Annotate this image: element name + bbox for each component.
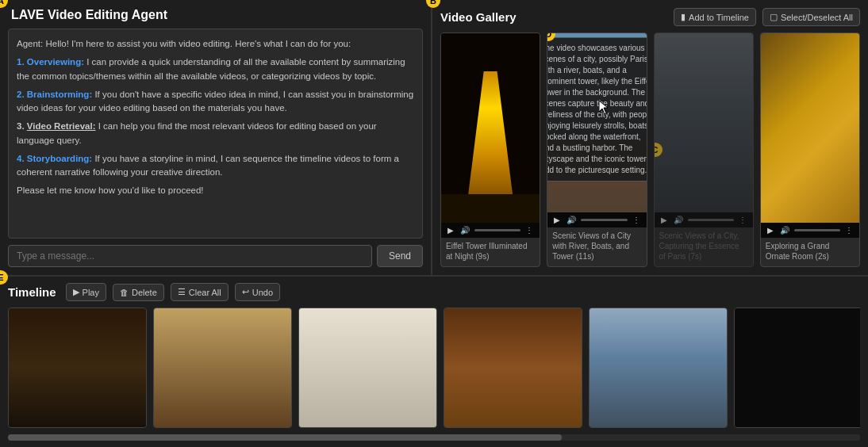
eiffel-art bbox=[441, 33, 540, 223]
clip-caption-6: Artistic Portraits in a Museum (...) bbox=[735, 427, 860, 428]
video-card-eiffel[interactable]: ▶ 🔊 ⋮ Eiffel Tower Illuminated at Night … bbox=[440, 32, 540, 267]
clip-thumb-wine bbox=[444, 308, 582, 427]
ornate-art bbox=[761, 33, 859, 223]
main-container: A LAVE Video Editing Agent Agent: Hello!… bbox=[0, 0, 868, 447]
chat-message-2: 2. Brainstorming: If you don't have a sp… bbox=[17, 88, 414, 116]
video-caption-3: Scenic Views of a City, Capturing the Es… bbox=[655, 227, 753, 266]
delete-label: Delete bbox=[132, 288, 157, 297]
clear-icon: ☰ bbox=[178, 287, 186, 297]
trash-icon: 🗑 bbox=[120, 288, 129, 297]
progress-bar-4[interactable] bbox=[794, 229, 840, 231]
more-button-1[interactable]: ⋮ bbox=[524, 226, 535, 235]
highlight-storyboarding: 4. Storyboarding: bbox=[17, 154, 92, 163]
timeline-panel: E Timeline ▶ Play 🗑 Delete ☰ Clear All ↩… bbox=[0, 277, 868, 447]
volume-button-3[interactable]: 🔊 bbox=[672, 216, 685, 224]
more-button-3[interactable]: ⋮ bbox=[737, 216, 748, 224]
video-thumb-river bbox=[547, 33, 646, 212]
volume-button-4[interactable]: 🔊 bbox=[778, 226, 791, 235]
more-button-4[interactable]: ⋮ bbox=[843, 226, 855, 235]
chat-message-1: 1. Overviewing: I can provide a quick un… bbox=[17, 55, 414, 83]
panel-label-a: A bbox=[0, 0, 8, 8]
chat-message-4: 4. Storyboarding: If you have a storylin… bbox=[17, 152, 414, 180]
timeline-clips[interactable]: Delicious and Refreshing Drinks on a Cou… bbox=[8, 308, 860, 431]
chat-area: Agent: Hello! I'm here to assist you wit… bbox=[8, 29, 423, 239]
play-label: Play bbox=[83, 288, 99, 297]
clip-thumb-paris2 bbox=[590, 308, 727, 427]
film-icon: ▮ bbox=[681, 12, 686, 22]
video-caption-1: Eiffel Tower Illuminated at Night (9s) bbox=[441, 238, 540, 266]
highlight-retrieval: 3. Video Retrieval: bbox=[17, 121, 96, 131]
scrollbar-thumb[interactable] bbox=[8, 434, 562, 441]
clear-all-button[interactable]: ☰ Clear All bbox=[171, 283, 229, 301]
top-row: A LAVE Video Editing Agent Agent: Hello!… bbox=[0, 0, 868, 277]
clip-card-plates[interactable]: Elegant Meals on White Plates (11s) bbox=[298, 308, 437, 428]
video-card-paris-gray[interactable]: C ▶ 🔊 ⋮ Scenic Views of a City, Capturin… bbox=[654, 32, 754, 267]
clear-all-label: Clear All bbox=[189, 288, 221, 297]
clip-card-paris2[interactable]: Scenic Views of a City: Capturing the Es… bbox=[589, 308, 728, 428]
play-button-3[interactable]: ▶ bbox=[659, 216, 669, 224]
add-to-timeline-button[interactable]: ▮ Add to Timeline bbox=[674, 8, 756, 26]
highlight-brainstorming: 2. Brainstorming: bbox=[17, 90, 92, 99]
video-controls-1: ▶ 🔊 ⋮ bbox=[441, 223, 540, 238]
timeline-scrollbar[interactable] bbox=[8, 434, 860, 441]
timeline-header: Timeline ▶ Play 🗑 Delete ☰ Clear All ↩ U… bbox=[8, 283, 860, 301]
progress-bar-3[interactable] bbox=[688, 219, 734, 221]
progress-bar-2[interactable] bbox=[581, 219, 627, 221]
video-thumb-eiffel bbox=[441, 33, 540, 223]
chat-message-5: Please let me know how you'd like to pro… bbox=[17, 184, 414, 197]
clip-thumb-outdoor bbox=[154, 308, 291, 427]
undo-button[interactable]: ↩ Undo bbox=[235, 283, 280, 301]
chat-message-3: 3. Video Retrieval: I can help you find … bbox=[17, 120, 414, 147]
video-controls-3: ▶ 🔊 ⋮ bbox=[655, 212, 753, 227]
select-deselect-label: Select/Deselect All bbox=[781, 13, 853, 22]
paris-gray-art bbox=[655, 33, 753, 212]
delete-button[interactable]: 🗑 Delete bbox=[113, 284, 164, 301]
volume-button-2[interactable]: 🔊 bbox=[565, 216, 578, 224]
chat-message-0: Agent: Hello! I'm here to assist you wit… bbox=[17, 37, 414, 51]
more-button-2[interactable]: ⋮ bbox=[631, 216, 642, 224]
video-thumb-ornate bbox=[761, 33, 859, 223]
gallery-title: Video Gallery bbox=[440, 10, 667, 24]
play-icon: ▶ bbox=[73, 287, 79, 297]
clip-caption-4: Scenes of Wine and Champagne Pouring int… bbox=[444, 427, 582, 428]
undo-icon: ↩ bbox=[242, 287, 249, 297]
river-art bbox=[547, 33, 646, 212]
add-to-timeline-label: Add to Timeline bbox=[689, 13, 749, 22]
clip-card-drinks[interactable]: Delicious and Refreshing Drinks on a Cou… bbox=[8, 308, 147, 428]
clip-card-museum2[interactable]: Artistic Portraits in a Museum (...) bbox=[734, 308, 860, 428]
app-title: LAVE Video Editing Agent bbox=[8, 8, 423, 22]
video-caption-2: Scenic Views of a City with River, Boats… bbox=[547, 227, 646, 266]
video-grid: ▶ 🔊 ⋮ Eiffel Tower Illuminated at Night … bbox=[440, 32, 860, 267]
clip-thumb-drinks bbox=[9, 308, 146, 427]
gallery-panel: B Video Gallery ▮ Add to Timeline ▢ Sele… bbox=[432, 0, 868, 275]
clip-caption-3: Elegant Meals on White Plates (11s) bbox=[299, 427, 436, 428]
volume-button-1[interactable]: 🔊 bbox=[459, 226, 471, 235]
video-controls-4: ▶ 🔊 ⋮ bbox=[761, 223, 859, 238]
clip-thumb-plates bbox=[299, 308, 436, 427]
select-icon: ▢ bbox=[770, 12, 778, 22]
clip-caption-2: Scenes of Appetizing Outdoor Dining Tabl… bbox=[154, 427, 291, 428]
undo-label: Undo bbox=[252, 288, 273, 297]
highlight-overviewing: 1. Overviewing: bbox=[17, 57, 84, 67]
play-button-4[interactable]: ▶ bbox=[766, 226, 775, 235]
play-button-2[interactable]: ▶ bbox=[552, 216, 562, 224]
chat-panel: A LAVE Video Editing Agent Agent: Hello!… bbox=[0, 0, 432, 275]
video-card-ornate[interactable]: ▶ 🔊 ⋮ Exploring a Grand Ornate Room (2s) bbox=[760, 32, 860, 267]
video-controls-2: ▶ 🔊 ⋮ bbox=[547, 212, 646, 227]
send-button[interactable]: Send bbox=[377, 245, 423, 267]
select-deselect-button[interactable]: ▢ Select/Deselect All bbox=[762, 8, 860, 26]
chat-input-row: Send bbox=[8, 245, 423, 267]
clip-thumb-museum2 bbox=[735, 308, 860, 427]
play-button-1[interactable]: ▶ bbox=[446, 226, 455, 235]
play-timeline-button[interactable]: ▶ Play bbox=[66, 283, 106, 301]
video-thumb-paris-gray bbox=[655, 33, 753, 212]
chat-input[interactable] bbox=[8, 245, 372, 267]
clip-card-wine[interactable]: Scenes of Wine and Champagne Pouring int… bbox=[444, 308, 582, 428]
clip-card-outdoor[interactable]: Scenes of Appetizing Outdoor Dining Tabl… bbox=[153, 308, 292, 428]
timeline-title: Timeline bbox=[8, 285, 56, 299]
progress-bar-1[interactable] bbox=[474, 229, 520, 231]
clip-caption-5: Scenic Views of a City: Capturing the Es… bbox=[590, 427, 727, 428]
clip-caption-1: Delicious and Refreshing Drinks on a Cou… bbox=[9, 427, 146, 428]
video-card-river[interactable]: D The video showcases various scenes of … bbox=[547, 32, 647, 267]
video-caption-4: Exploring a Grand Ornate Room (2s) bbox=[761, 238, 859, 266]
